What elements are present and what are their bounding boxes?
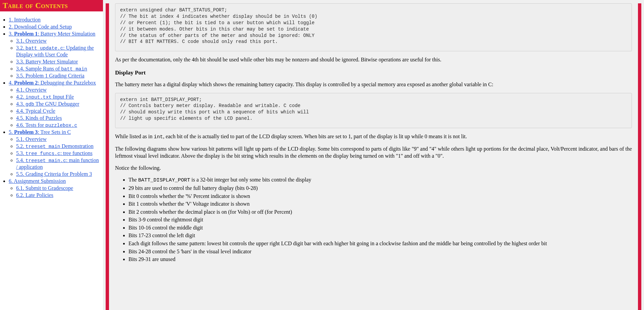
toc-link[interactable]: 5.3. tree_funcs.c: tree functions bbox=[16, 150, 93, 156]
toc-title: Table of Contents bbox=[0, 0, 103, 11]
content-frame: extern unsigned char BATT_STATUS_PORT; /… bbox=[106, 3, 641, 310]
toc-link[interactable]: 4.3. gdb The GNU Debugger bbox=[16, 101, 79, 107]
toc-link[interactable]: 6.1. Submit to Gradescope bbox=[16, 185, 73, 191]
toc-link[interactable]: 5.1. Overview bbox=[16, 136, 47, 142]
toc-item: 4. Problem 2: Debugging the Puzzlebox4.1… bbox=[9, 80, 101, 128]
toc-link[interactable]: 5.4. treeset_main.c: main function / app… bbox=[16, 157, 99, 170]
toc-link[interactable]: 3.5. Problem 1 Grading Criteria bbox=[16, 73, 85, 79]
toc-link[interactable]: 3. Problem 1: Battery Meter Simulation bbox=[9, 31, 95, 37]
toc-link[interactable]: 4.2. input.txt Input File bbox=[16, 94, 74, 100]
heading-display-port: Display Port bbox=[115, 69, 632, 76]
toc-list[interactable]: 1. Introduction2. Download Code and Setu… bbox=[0, 11, 103, 310]
list-item: Bit 2 controls whether the decimal place… bbox=[128, 208, 632, 216]
paragraph: The battery meter has a digital display … bbox=[115, 81, 632, 88]
content: extern unsigned char BATT_STATUS_PORT; /… bbox=[109, 3, 638, 310]
toc-subitem: 5.3. tree_funcs.c: tree functions bbox=[16, 150, 101, 157]
toc-subitem: 4.1. Overview bbox=[16, 87, 101, 93]
toc-subitem: 5.5. Grading Criteria for Problem 3 bbox=[16, 171, 101, 177]
toc-item: 3. Problem 1: Battery Meter Simulation3.… bbox=[9, 31, 101, 79]
sidebar: Table of Contents 1. Introduction2. Down… bbox=[0, 0, 103, 310]
list-item: Bits 10-16 control the middle digit bbox=[128, 224, 632, 231]
toc-link[interactable]: 1. Introduction bbox=[9, 17, 41, 22]
toc-subitem: 4.2. input.txt Input File bbox=[16, 94, 101, 100]
toc-subitem: 6.1. Submit to Gradescope bbox=[16, 185, 101, 192]
toc-subitem: 4.3. gdb The GNU Debugger bbox=[16, 101, 101, 107]
toc-link[interactable]: 4.6. Tests for puzzlebox.c bbox=[16, 122, 77, 128]
toc-link[interactable]: 4.1. Overview bbox=[16, 87, 47, 93]
list-item: Bit 1 controls whether the 'V' Voltage i… bbox=[128, 200, 632, 208]
toc-link[interactable]: 5.2. treeset_main Demonstration bbox=[16, 143, 94, 149]
inline-code: int bbox=[154, 134, 163, 140]
toc-link[interactable]: 4. Problem 2: Debugging the Puzzlebox bbox=[9, 80, 96, 86]
toc-link[interactable]: 4.5. Kinds of Puzzles bbox=[16, 115, 62, 121]
toc-item: 5. Problem 3: Tree Sets in C5.1. Overvie… bbox=[9, 129, 101, 177]
paragraph: Notice the following. bbox=[115, 164, 632, 172]
toc-subitem: 4.6. Tests for puzzlebox.c bbox=[16, 122, 101, 128]
paragraph: As per the documentation, only the 4th b… bbox=[115, 56, 632, 63]
code-block-display-port[interactable]: extern int BATT_DISPLAY_PORT; // Control… bbox=[115, 93, 632, 128]
paragraph: The following diagrams show how various … bbox=[115, 145, 632, 160]
toc-link[interactable]: 3.4. Sample Runs of batt_main bbox=[16, 66, 87, 71]
toc-subitem: 3.1. Overview bbox=[16, 38, 101, 44]
list-item: Bits 29-31 are unused bbox=[128, 256, 632, 263]
toc-link[interactable]: 5.5. Grading Criteria for Problem 3 bbox=[16, 171, 92, 177]
inline-code: BATT_DISPLAY_PORT bbox=[138, 177, 190, 183]
list-item: Bit 0 controls whether the '%' Percent i… bbox=[128, 193, 632, 200]
toc-subitem: 3.2. batt_update.c: Updating the Display… bbox=[16, 45, 101, 58]
toc-link[interactable]: 2. Download Code and Setup bbox=[9, 24, 72, 30]
toc-link[interactable]: 6. Assignment Submission bbox=[9, 178, 66, 184]
toc-link[interactable]: 3.1. Overview bbox=[16, 38, 47, 44]
toc-subitem: 4.4. Typical Cycle bbox=[16, 108, 101, 114]
toc-link[interactable]: 3.2. batt_update.c: Updating the Display… bbox=[16, 45, 94, 57]
main-content-scroll[interactable]: extern unsigned char BATT_STATUS_PORT; /… bbox=[103, 0, 644, 310]
list-item: 29 bits are used to control the full bat… bbox=[128, 185, 632, 192]
toc-item: 6. Assignment Submission6.1. Submit to G… bbox=[9, 178, 101, 199]
code-text: extern int BATT_DISPLAY_PORT; // Control… bbox=[120, 97, 627, 122]
toc-subitem: 3.5. Problem 1 Grading Criteria bbox=[16, 72, 101, 79]
toc-item: 1. Introduction bbox=[9, 16, 101, 23]
list-item: The BATT_DISPLAY_PORT is a 32-bit intege… bbox=[128, 176, 632, 184]
toc-subitem: 3.4. Sample Runs of batt_main bbox=[16, 65, 101, 72]
toc-subitem: 3.3. Battery Meter Simulator bbox=[16, 58, 101, 65]
list-item: Bits 17-23 control the left digit bbox=[128, 232, 632, 239]
code-block-status-port[interactable]: extern unsigned char BATT_STATUS_PORT; /… bbox=[115, 3, 632, 51]
list-item: Bits 24-28 control the 5 'bars' in the v… bbox=[128, 248, 632, 255]
toc-item: 2. Download Code and Setup bbox=[9, 23, 101, 30]
toc-subitem: 4.5. Kinds of Puzzles bbox=[16, 115, 101, 121]
toc-link[interactable]: 5. Problem 3: Tree Sets in C bbox=[9, 129, 71, 135]
list-item: Bits 3-9 control the rightmost digit bbox=[128, 216, 632, 223]
toc-subitem: 6.2. Late Policies bbox=[16, 192, 101, 199]
notes-list: The BATT_DISPLAY_PORT is a 32-bit intege… bbox=[115, 176, 632, 263]
toc-subitem: 5.1. Overview bbox=[16, 136, 101, 143]
toc-subitem: 5.2. treeset_main Demonstration bbox=[16, 143, 101, 150]
toc-link[interactable]: 3.3. Battery Meter Simulator bbox=[16, 59, 78, 64]
paragraph: While listed as in int, each bit of the … bbox=[115, 133, 632, 141]
code-text: extern unsigned char BATT_STATUS_PORT; /… bbox=[120, 7, 627, 45]
toc-link[interactable]: 6.2. Late Policies bbox=[16, 192, 53, 198]
list-item: Each digit follows the same pattern: low… bbox=[128, 240, 632, 247]
toc-link[interactable]: 4.4. Typical Cycle bbox=[16, 108, 55, 114]
toc-subitem: 5.4. treeset_main.c: main function / app… bbox=[16, 157, 101, 170]
